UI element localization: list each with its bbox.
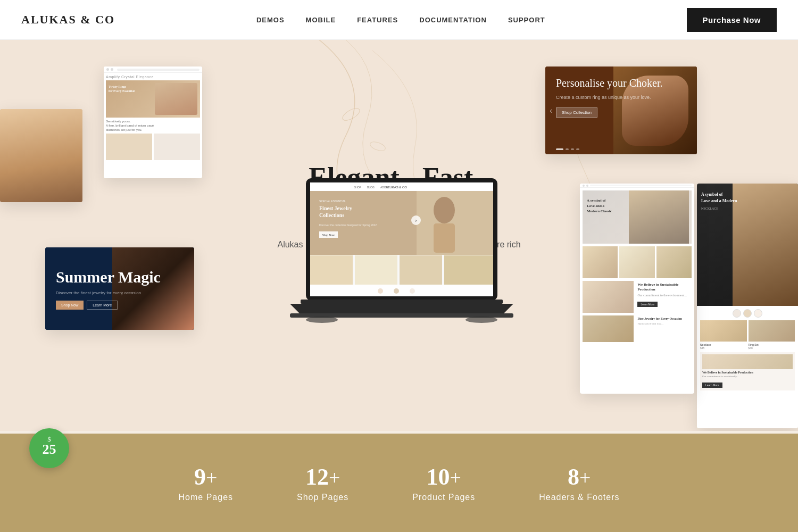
stats-bar: 9+ Home Pages 12+ Shop Pages 10+ Product… xyxy=(0,434,798,532)
svg-rect-24 xyxy=(310,255,353,285)
svg-point-35 xyxy=(466,317,497,323)
svg-text:SHOP: SHOP xyxy=(354,186,362,189)
svg-rect-32 xyxy=(301,300,503,304)
svg-text:ABOUT: ABOUT xyxy=(380,186,389,189)
choker-card: ‹ Personalise your Choker. Create a cust… xyxy=(545,66,697,154)
nav-links: DEMOS MOBILE FEATURES DOCUMENTATION SUPP… xyxy=(256,16,545,24)
summer-learn-button[interactable]: Learn More xyxy=(87,301,118,310)
stat-home-pages: 9+ Home Pages xyxy=(179,463,234,502)
purchase-now-button[interactable]: Purchase Now xyxy=(687,8,777,32)
svg-rect-25 xyxy=(355,255,397,285)
choker-shop-button[interactable]: Shop Collection xyxy=(556,107,597,118)
laptop-svg: ALUKAS & CO SHOP BLOG ABOUT SPECIAL ESSE… xyxy=(290,178,513,332)
svg-point-29 xyxy=(378,288,383,294)
hero-section: Amplify Crystal Elegance Twisty Ringsfor… xyxy=(0,40,798,431)
navbar: ALUKAS & CO DEMOS MOBILE FEATURES DOCUME… xyxy=(0,0,798,40)
choker-subtitle: Create a custom ring as unique as your l… xyxy=(556,94,663,101)
svg-text:Collections: Collections xyxy=(319,212,344,218)
svg-point-31 xyxy=(410,288,415,294)
summer-magic-card: Summer Magic Discover the finest jewelry… xyxy=(45,247,194,330)
svg-rect-26 xyxy=(400,255,442,285)
web-card-right-portrait: A symbol ofLove and a Modern NECKLACE Ne… xyxy=(697,184,798,428)
svg-point-30 xyxy=(394,288,399,294)
site-logo: ALUKAS & CO xyxy=(21,13,115,27)
nav-mobile[interactable]: MOBILE xyxy=(306,16,336,24)
stat-shop-pages: 12+ Shop Pages xyxy=(297,463,348,502)
svg-text:Finest Jewelry: Finest Jewelry xyxy=(319,205,352,211)
summer-shop-button[interactable]: Shop Now xyxy=(56,301,84,310)
svg-point-0 xyxy=(340,106,361,123)
web-screenshot-top-left: Amplify Crystal Elegance Twisty Ringsfor… xyxy=(104,66,202,178)
svg-point-1 xyxy=(369,140,387,152)
svg-text:Shop Now: Shop Now xyxy=(322,234,334,237)
svg-text:SPECIAL ESSENTIAL: SPECIAL ESSENTIAL xyxy=(319,200,346,203)
summer-subtitle: Discover the finest jewelry for every oc… xyxy=(56,290,161,296)
summer-title: Summer Magic xyxy=(56,268,161,287)
svg-rect-15 xyxy=(434,223,455,253)
choker-title: Personalise your Choker. xyxy=(556,76,663,90)
web-card-right-main: A symbol ofLove and aModern Classic We B… xyxy=(580,184,694,394)
stat-headers-footers: 8+ Headers & Footers xyxy=(539,463,619,502)
nav-features[interactable]: FEATURES xyxy=(357,16,398,24)
svg-text:Discover the collection Design: Discover the collection Designed for Spr… xyxy=(319,223,377,227)
nav-demos[interactable]: DEMOS xyxy=(256,16,285,24)
laptop-mockup: ALUKAS & CO SHOP BLOG ABOUT SPECIAL ESSE… xyxy=(290,178,508,332)
svg-rect-28 xyxy=(310,285,493,296)
choker-prev-arrow: ‹ xyxy=(550,106,552,115)
nav-support[interactable]: SUPPORT xyxy=(508,16,545,24)
price-amount: 25 xyxy=(43,442,56,457)
nav-documentation[interactable]: DOCUMENTATION xyxy=(419,16,487,24)
svg-point-34 xyxy=(306,317,338,323)
svg-rect-27 xyxy=(444,255,493,285)
person-image-card xyxy=(0,109,82,202)
price-badge: $ 25 xyxy=(29,428,69,468)
svg-point-14 xyxy=(434,197,455,223)
svg-text:›: › xyxy=(415,217,417,223)
svg-text:BLOG: BLOG xyxy=(367,186,375,189)
stat-product-pages: 10+ Product Pages xyxy=(412,463,475,502)
